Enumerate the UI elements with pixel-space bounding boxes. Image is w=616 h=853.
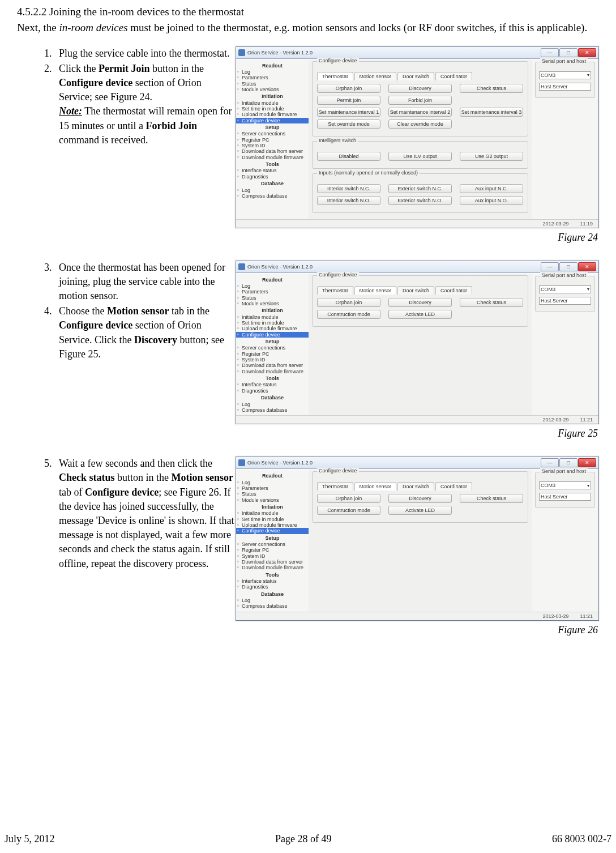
close-button[interactable]: ✕: [578, 262, 596, 271]
sidebar-item-upload-firmware[interactable]: Upload module firmware: [236, 112, 309, 117]
minimize-button[interactable]: —: [541, 262, 559, 271]
sidebar-item-download-data[interactable]: Download data from server: [236, 148, 309, 154]
maximize-button[interactable]: □: [559, 458, 578, 467]
sidebar-item-set-time[interactable]: Set time in module: [236, 517, 309, 522]
forbid-join-button[interactable]: Forbid join: [388, 96, 452, 105]
g2-output-button[interactable]: Use G2 output: [460, 152, 523, 161]
sidebar-item-db-log[interactable]: Log: [236, 187, 309, 193]
tab-motion-sensor[interactable]: Motion sensor: [354, 286, 397, 295]
sidebar-item-compress-database[interactable]: Compress database: [236, 193, 309, 199]
maintenance-interval-3-button[interactable]: Set maintenance interval 3: [460, 108, 523, 117]
tab-motion-sensor[interactable]: Motion sensor: [354, 72, 397, 80]
sidebar-item-diagnostics[interactable]: Diagnostics: [236, 584, 309, 590]
com-port-select[interactable]: COM3: [539, 285, 591, 293]
sidebar-item-log[interactable]: Log: [236, 283, 309, 289]
sidebar-item-system-id[interactable]: System ID: [236, 357, 309, 362]
host-server-field[interactable]: Host Server: [539, 83, 591, 91]
sidebar-item-system-id[interactable]: System ID: [236, 553, 309, 559]
construction-mode-button[interactable]: Construction mode: [317, 506, 380, 515]
sidebar-item-download-data[interactable]: Download data from server: [236, 559, 309, 565]
sidebar-item-interface-status[interactable]: Interface status: [236, 382, 309, 387]
interior-no-button[interactable]: Interior switch N.O.: [317, 196, 380, 205]
orphan-join-button[interactable]: Orphan join: [317, 494, 380, 503]
tab-door-switch[interactable]: Door switch: [397, 482, 434, 491]
tab-thermostat[interactable]: Thermostat: [317, 482, 353, 491]
sidebar-item-download-firmware[interactable]: Download module firmware: [236, 155, 309, 160]
tab-door-switch[interactable]: Door switch: [397, 72, 434, 80]
clear-override-button[interactable]: Clear override mode: [388, 120, 452, 129]
sidebar-item-module-versions[interactable]: Module versions: [236, 301, 309, 306]
tab-thermostat[interactable]: Thermostat: [317, 286, 353, 295]
host-server-field[interactable]: Host Server: [539, 493, 591, 501]
exterior-nc-button[interactable]: Exterior switch N.C.: [388, 184, 452, 193]
interior-nc-button[interactable]: Interior switch N.C.: [317, 184, 380, 193]
sidebar-item-initialize-module[interactable]: Initialize module: [236, 510, 309, 516]
maximize-button[interactable]: □: [559, 262, 578, 271]
sidebar-item-status[interactable]: Status: [236, 295, 309, 301]
sidebar-item-server-connections[interactable]: Server connections: [236, 131, 309, 137]
tab-motion-sensor[interactable]: Motion sensor: [354, 482, 397, 491]
sidebar-item-initialize-module[interactable]: Initialize module: [236, 100, 309, 106]
com-port-select[interactable]: COM3: [539, 71, 591, 79]
sidebar-item-db-log[interactable]: Log: [236, 402, 309, 407]
permit-join-button[interactable]: Permit join: [317, 96, 380, 105]
tab-coordinator[interactable]: Coordinator: [435, 482, 472, 491]
tab-coordinator[interactable]: Coordinator: [435, 286, 472, 295]
check-status-button[interactable]: Check status: [460, 84, 523, 93]
sidebar-item-register-pc[interactable]: Register PC: [236, 351, 309, 357]
exterior-no-button[interactable]: Exterior switch N.O.: [388, 196, 452, 205]
discovery-button[interactable]: Discovery: [388, 298, 452, 307]
sidebar-item-status[interactable]: Status: [236, 81, 309, 87]
sidebar-item-configure-device[interactable]: Configure device: [236, 118, 309, 123]
sidebar-item-download-data[interactable]: Download data from server: [236, 362, 309, 368]
sidebar-item-set-time[interactable]: Set time in module: [236, 320, 309, 326]
sidebar-item-configure-device[interactable]: Configure device: [236, 528, 309, 534]
tab-coordinator[interactable]: Coordinator: [435, 72, 472, 80]
disabled-button[interactable]: Disabled: [317, 152, 380, 161]
discovery-button[interactable]: Discovery: [388, 494, 452, 503]
aux-nc-button[interactable]: Aux input N.C.: [460, 184, 523, 193]
sidebar-item-upload-firmware[interactable]: Upload module firmware: [236, 522, 309, 528]
set-override-button[interactable]: Set override mode: [317, 120, 380, 129]
check-status-button[interactable]: Check status: [460, 494, 523, 503]
close-button[interactable]: ✕: [578, 458, 596, 467]
sidebar-item-server-connections[interactable]: Server connections: [236, 345, 309, 351]
tab-door-switch[interactable]: Door switch: [397, 286, 434, 295]
sidebar-item-download-firmware[interactable]: Download module firmware: [236, 369, 309, 374]
sidebar-item-module-versions[interactable]: Module versions: [236, 87, 309, 92]
sidebar-item-set-time[interactable]: Set time in module: [236, 106, 309, 112]
sidebar-item-log[interactable]: Log: [236, 480, 309, 485]
sidebar-item-compress-database[interactable]: Compress database: [236, 407, 309, 413]
maintenance-interval-2-button[interactable]: Set maintenance interval 2: [388, 108, 452, 117]
orphan-join-button[interactable]: Orphan join: [317, 298, 380, 307]
sidebar-item-interface-status[interactable]: Interface status: [236, 168, 309, 173]
discovery-button[interactable]: Discovery: [388, 84, 452, 93]
sidebar-item-parameters[interactable]: Parameters: [236, 75, 309, 80]
activate-led-button[interactable]: Activate LED: [388, 310, 452, 319]
maximize-button[interactable]: □: [559, 48, 578, 57]
sidebar-item-configure-device[interactable]: Configure device: [236, 332, 309, 338]
sidebar-item-initialize-module[interactable]: Initialize module: [236, 314, 309, 320]
ilv-output-button[interactable]: Use ILV output: [388, 152, 452, 161]
sidebar-item-db-log[interactable]: Log: [236, 598, 309, 603]
sidebar-item-system-id[interactable]: System ID: [236, 143, 309, 148]
construction-mode-button[interactable]: Construction mode: [317, 310, 380, 319]
close-button[interactable]: ✕: [578, 48, 596, 57]
sidebar-item-register-pc[interactable]: Register PC: [236, 547, 309, 553]
orphan-join-button[interactable]: Orphan join: [317, 84, 380, 93]
sidebar-item-compress-database[interactable]: Compress database: [236, 603, 309, 609]
sidebar-item-upload-firmware[interactable]: Upload module firmware: [236, 326, 309, 331]
sidebar-item-parameters[interactable]: Parameters: [236, 485, 309, 491]
sidebar-item-diagnostics[interactable]: Diagnostics: [236, 174, 309, 180]
minimize-button[interactable]: —: [541, 48, 559, 57]
sidebar-item-diagnostics[interactable]: Diagnostics: [236, 388, 309, 394]
sidebar-item-log[interactable]: Log: [236, 69, 309, 75]
activate-led-button[interactable]: Activate LED: [388, 506, 452, 515]
sidebar-item-interface-status[interactable]: Interface status: [236, 578, 309, 584]
sidebar-item-status[interactable]: Status: [236, 491, 309, 497]
sidebar-item-server-connections[interactable]: Server connections: [236, 541, 309, 547]
sidebar-item-download-firmware[interactable]: Download module firmware: [236, 565, 309, 570]
sidebar-item-parameters[interactable]: Parameters: [236, 289, 309, 295]
maintenance-interval-1-button[interactable]: Set maintenance interval 1: [317, 108, 380, 117]
com-port-select[interactable]: COM3: [539, 481, 591, 489]
